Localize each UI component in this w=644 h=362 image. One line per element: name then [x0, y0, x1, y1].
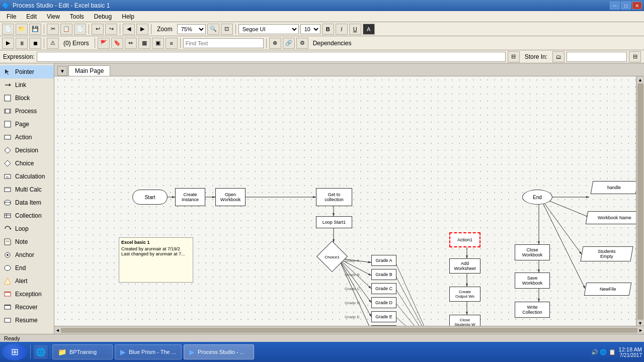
minimize-button[interactable]: ─ [610, 2, 620, 10]
box-button[interactable]: ▣ [152, 38, 164, 49]
tool-recover[interactable]: Recover [0, 301, 54, 314]
node-loop-start[interactable]: Loop Start1 [316, 216, 352, 228]
main-page-tab[interactable]: Main Page [68, 65, 110, 76]
tool-collection[interactable]: Collection [0, 209, 54, 222]
node-newfile[interactable]: NewFile [584, 283, 632, 296]
node-create-output[interactable]: CreateOutput Wo [449, 287, 480, 302]
node-students-empty[interactable]: StudentsEmpty [580, 246, 633, 261]
store-in-input[interactable] [567, 52, 627, 62]
node-grade-e[interactable]: Grade E [371, 311, 396, 322]
menu-tools[interactable]: Tools [65, 12, 89, 22]
node-grade-b[interactable]: Grade B [371, 269, 396, 280]
zoom-out-button[interactable]: 🔍 [207, 24, 219, 35]
node-grade-c[interactable]: Grade C [371, 283, 396, 294]
find-text-input[interactable] [183, 38, 264, 48]
grid-button[interactable]: ▦ [138, 38, 150, 49]
node-grade-a[interactable]: Grade A [371, 255, 396, 266]
node-choice1[interactable]: Choice1 [316, 241, 348, 272]
scroll-down-button[interactable]: ▼ [638, 321, 642, 326]
italic-button[interactable]: I [336, 24, 348, 35]
view-errors-button[interactable]: ⚠ [47, 38, 59, 49]
zoom-fit-button[interactable]: ⊡ [221, 24, 233, 35]
redo-button[interactable]: ↪ [105, 24, 117, 35]
tool-block[interactable]: Block [0, 92, 54, 105]
node-action1[interactable]: Action1 [449, 232, 480, 247]
breakpoint-button[interactable]: 🚩 [98, 38, 110, 49]
close-button[interactable]: ✕ [632, 2, 642, 10]
tool-action[interactable]: Action [0, 131, 54, 144]
tool-choice[interactable]: Choice [0, 157, 54, 170]
scroll-thumb-h[interactable] [61, 328, 637, 333]
vertical-scrollbar[interactable]: ▲ ▼ [636, 76, 644, 326]
menu-view[interactable]: View [42, 12, 64, 22]
node-start[interactable]: Start [132, 190, 168, 205]
canvas[interactable]: Excel basic 1 Created by arunnair at 7/1… [54, 76, 636, 326]
dependencies-label[interactable]: Dependencies [310, 39, 355, 48]
node-get-collection[interactable]: Get tocollection [316, 188, 352, 206]
scroll-right-button[interactable]: ► [638, 328, 643, 333]
fontsize-select[interactable]: 1081214 [300, 24, 320, 34]
bookmark-button[interactable]: 🔖 [111, 38, 123, 49]
color-button[interactable]: A [363, 24, 375, 35]
tool-alert[interactable]: ! Alert [0, 275, 54, 288]
horizontal-scrollbar[interactable]: ◄ ► [54, 326, 644, 334]
tool-note[interactable]: Note [0, 235, 54, 248]
tool-decision[interactable]: Decision [0, 144, 54, 157]
menu-help[interactable]: Help [117, 12, 139, 22]
font-select[interactable]: Segoe UI [238, 24, 299, 34]
node-open-workbook[interactable]: OpenWorkbook [215, 188, 246, 206]
menu-file[interactable]: File [2, 12, 21, 22]
store-in-helper-button[interactable]: ⊟ [629, 51, 641, 62]
copy-button[interactable]: 📋 [60, 24, 72, 35]
taskbar-processstudio[interactable]: ▶ Process Studio - ... [184, 344, 254, 359]
align-button[interactable]: ≡ [166, 38, 178, 49]
tool-resume[interactable]: Resume [0, 314, 54, 327]
step-button[interactable]: ⏸ [16, 38, 28, 49]
start-button[interactable]: ⊞ [2, 343, 27, 360]
run-button[interactable]: ▶ [2, 38, 14, 49]
tool-end[interactable]: End [0, 261, 54, 275]
menu-edit[interactable]: Edit [22, 12, 41, 22]
menu-debug[interactable]: Debug [90, 12, 116, 22]
stop-button[interactable]: ⏹ [29, 38, 41, 49]
tool-link[interactable]: Link [0, 78, 54, 92]
node-create-instance[interactable]: CreateInstance [175, 188, 205, 206]
store-in-picker-button[interactable]: 🗂 [552, 51, 565, 62]
ref3-button[interactable]: 🔗 [283, 38, 295, 49]
maximize-button[interactable]: □ [621, 2, 631, 10]
taskbar-bptraining[interactable]: 📁 BPTraining [52, 344, 113, 359]
node-write-collection[interactable]: WriteCollection [515, 302, 550, 318]
node-grade-d[interactable]: Grade D [371, 297, 396, 308]
scroll-left-button[interactable]: ◄ [55, 328, 60, 333]
paste-button[interactable]: 📄 [74, 24, 86, 35]
underline-button[interactable]: U [349, 24, 361, 35]
node-end[interactable]: End [522, 190, 552, 205]
zoom-select[interactable]: 75%50%100%125% [177, 24, 206, 34]
ie-quicklaunch[interactable]: 🌐 [34, 345, 48, 359]
undo-button[interactable]: ↩ [92, 24, 104, 35]
tool-loop[interactable]: Loop [0, 222, 54, 235]
node-handle[interactable]: handle [591, 181, 636, 194]
expression-helper-button[interactable]: ⊟ [508, 51, 520, 62]
forward-button[interactable]: ▶ [136, 24, 148, 35]
new-button[interactable]: 📄 [2, 24, 14, 35]
node-grade-f[interactable]: Grade F [371, 325, 396, 326]
tool-page[interactable]: Page [0, 118, 54, 131]
save-button[interactable]: 💾 [29, 24, 41, 35]
node-save-workbook[interactable]: SaveWorkbook [515, 273, 550, 289]
scroll-up-button[interactable]: ▲ [638, 77, 642, 82]
tab-menu-button[interactable]: ▼ [57, 66, 67, 76]
cut-button[interactable]: ✂ [47, 24, 59, 35]
tool-process[interactable]: Process [0, 105, 54, 118]
node-workbook-name[interactable]: Workbook Name [586, 211, 636, 224]
ref2-button[interactable]: ⊕ [269, 38, 281, 49]
taskbar-blueprism[interactable]: ▶ Blue Prism - The ... [115, 344, 182, 359]
tool-pointer[interactable]: Pointer [0, 65, 54, 78]
ref-button[interactable]: ⇔ [125, 38, 137, 49]
expression-input[interactable] [37, 52, 506, 62]
tool-calculation[interactable]: fx Calculation [0, 170, 54, 183]
tool-exception[interactable]: Exception [0, 288, 54, 301]
open-button[interactable]: 📁 [16, 24, 28, 35]
tool-dataitem[interactable]: Data Item [0, 196, 54, 209]
node-close-students[interactable]: CloseStudents W [449, 315, 480, 326]
